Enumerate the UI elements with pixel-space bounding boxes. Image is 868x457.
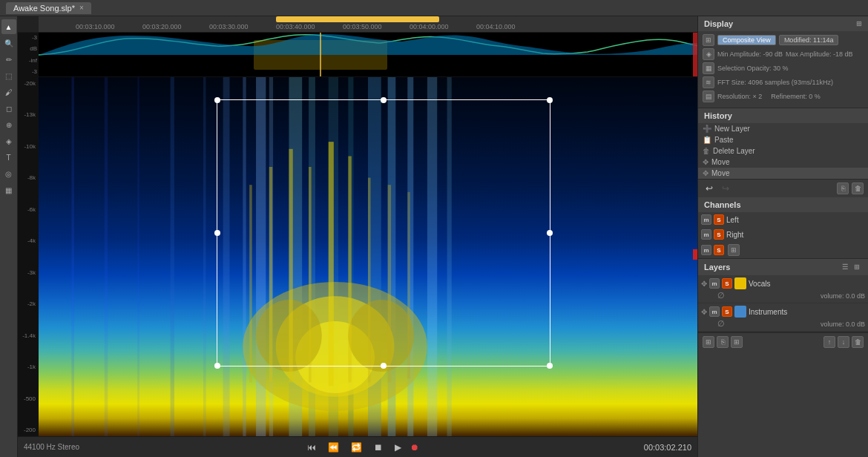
display-res-icon[interactable]: ▤ bbox=[703, 91, 714, 102]
display-layers-icon[interactable]: ⊞ bbox=[703, 34, 714, 46]
tool-gradient[interactable]: ▦ bbox=[1, 183, 16, 197]
tool-clone[interactable]: ⊕ bbox=[1, 117, 16, 132]
tool-pointer[interactable]: ▲ bbox=[1, 19, 16, 34]
history-item-delete-layer[interactable]: 🗑 Delete Layer bbox=[698, 145, 868, 157]
transport-stop[interactable]: ⏹ bbox=[371, 441, 386, 454]
history-item-new-layer[interactable]: ➕ New Layer bbox=[698, 123, 868, 134]
layer-vocals: ✥ m S Vocals ∅ volume: 0.0 dB bbox=[698, 275, 868, 303]
channel-left-mute[interactable]: m bbox=[701, 214, 711, 225]
channel-left: m S Left bbox=[698, 212, 868, 227]
min-amplitude-label: Min Amplitude: -90 dB bbox=[717, 50, 783, 58]
svg-rect-8 bbox=[203, 77, 206, 436]
channel-right-solo[interactable]: S bbox=[714, 229, 724, 240]
undo-button[interactable]: ↩ bbox=[703, 183, 716, 194]
svg-rect-29 bbox=[289, 149, 292, 383]
document-tab[interactable]: Awake Song.slp* × bbox=[6, 2, 91, 14]
layers-bottom-icon3[interactable]: ⊞ bbox=[731, 336, 743, 348]
document-tab-label: Awake Song.slp* bbox=[13, 4, 75, 13]
svg-rect-6 bbox=[137, 77, 139, 436]
transport-rewind[interactable]: ⏮ bbox=[304, 441, 319, 454]
transport-record[interactable]: ⏺ bbox=[410, 442, 419, 453]
tool-pencil[interactable]: ✏ bbox=[1, 52, 16, 67]
layers-section: Layers ☰ ⊞ ✥ m S Vocals ∅ volume: 0.0 dB bbox=[698, 259, 868, 332]
channels-list: m S Left m S Right m S ⊞ bbox=[698, 212, 868, 258]
layer-instruments: ✥ m S Instruments ∅ volume: 0.0 dB bbox=[698, 303, 868, 332]
history-header: History bbox=[698, 108, 868, 123]
instruments-move-icon[interactable]: ✥ bbox=[701, 308, 707, 316]
transport-play[interactable]: ▶ bbox=[392, 441, 404, 454]
refinement-label: Refinement: 0 % bbox=[771, 93, 821, 100]
vocals-mute[interactable]: m bbox=[709, 278, 720, 289]
vocals-solo[interactable]: S bbox=[722, 278, 732, 289]
channel-extra-solo[interactable]: S bbox=[714, 245, 724, 255]
tool-text[interactable]: T bbox=[1, 150, 16, 165]
channel-extra-grid[interactable]: ⊞ bbox=[728, 244, 740, 256]
composite-view-btn[interactable]: Composite View bbox=[717, 35, 776, 45]
layers-bottom-toolbar: ⊞ ⎘ ⊞ ↑ ↓ 🗑 bbox=[698, 332, 868, 351]
tool-fill[interactable]: ◈ bbox=[1, 134, 16, 148]
channel-extra-mute[interactable]: m bbox=[701, 245, 711, 255]
history-item-label: Move bbox=[711, 169, 729, 177]
history-item-label: New Layer bbox=[714, 125, 750, 133]
layers-bottom-icon1[interactable]: ⊞ bbox=[703, 336, 714, 348]
center-area: 00:03:10.000 00:03:20.000 00:03:30.000 0… bbox=[18, 16, 697, 457]
modified-btn[interactable]: Modified: 11:14a bbox=[779, 35, 839, 45]
tool-zoom[interactable]: 🔍 bbox=[1, 36, 16, 50]
display-header: Display ⊞ bbox=[698, 16, 868, 31]
vocals-volume: volume: 0.0 dB bbox=[821, 292, 865, 300]
vocals-name: Vocals bbox=[749, 280, 865, 288]
channel-right-mute[interactable]: m bbox=[701, 229, 711, 240]
channel-left-solo[interactable]: S bbox=[714, 214, 724, 225]
instruments-mute[interactable]: m bbox=[709, 306, 720, 317]
display-fft-icon[interactable]: ≋ bbox=[703, 76, 714, 88]
history-item-move-2[interactable]: ✥ Move bbox=[698, 168, 868, 179]
layers-bottom-icon2[interactable]: ⎘ bbox=[717, 336, 729, 348]
tool-eraser[interactable]: ◻ bbox=[1, 101, 16, 116]
transport-back[interactable]: ⏪ bbox=[325, 441, 342, 454]
layers-header: Layers ☰ ⊞ bbox=[698, 259, 868, 275]
layers-expand-icon[interactable]: ⊞ bbox=[852, 262, 862, 272]
transport-loop[interactable]: 🔁 bbox=[348, 441, 365, 454]
svg-rect-32 bbox=[348, 156, 351, 382]
selection-opacity-label: Selection Opacity: 30 % bbox=[717, 65, 789, 72]
vocals-color bbox=[734, 277, 746, 289]
svg-rect-10 bbox=[243, 77, 246, 436]
display-amp-icon[interactable]: ◈ bbox=[703, 48, 714, 60]
display-section: Display ⊞ ⊞ Composite View Modified: 11:… bbox=[698, 16, 868, 108]
instruments-color bbox=[734, 306, 746, 318]
trash-button[interactable]: 🗑 bbox=[852, 183, 864, 194]
tab-close-button[interactable]: × bbox=[79, 4, 84, 12]
redo-button[interactable]: ↪ bbox=[719, 183, 732, 194]
fft-size-label: FFT Size: 4096 samples (93ms/11kHz) bbox=[717, 79, 833, 86]
copy-button[interactable]: ⎘ bbox=[837, 183, 849, 194]
tool-smudge[interactable]: ◎ bbox=[1, 166, 16, 181]
svg-rect-27 bbox=[249, 185, 252, 382]
channels-section: Channels m S Left m S Right m S ⊞ bbox=[698, 197, 868, 259]
history-item-paste[interactable]: 📋 Paste bbox=[698, 134, 868, 145]
left-toolbar: ▲ 🔍 ✏ ⬚ 🖌 ◻ ⊕ ◈ T ◎ ▦ bbox=[0, 16, 18, 457]
tool-select[interactable]: ⬚ bbox=[1, 68, 16, 83]
delete-layer-icon: 🗑 bbox=[703, 147, 710, 155]
layers-header-icons: ☰ ⊞ bbox=[840, 262, 862, 272]
layers-menu-icon[interactable]: ☰ bbox=[840, 262, 850, 272]
display-opacity-icon[interactable]: ▦ bbox=[703, 62, 714, 74]
svg-rect-9 bbox=[223, 77, 230, 436]
svg-rect-4 bbox=[71, 77, 74, 436]
instruments-solo[interactable]: S bbox=[722, 306, 732, 317]
layers-bottom-trash[interactable]: 🗑 bbox=[852, 336, 864, 348]
layers-bottom-up[interactable]: ↑ bbox=[823, 336, 835, 348]
svg-rect-33 bbox=[368, 178, 371, 383]
waveform-overview[interactable]: -3 dB -inf -3 bbox=[18, 33, 697, 77]
svg-rect-28 bbox=[269, 167, 272, 382]
spectrogram-view[interactable] bbox=[39, 77, 697, 436]
svg-rect-30 bbox=[309, 167, 312, 382]
timeline-ruler: 00:03:10.000 00:03:20.000 00:03:30.000 0… bbox=[18, 16, 697, 33]
timecode-display: 00:03:02.210 bbox=[644, 443, 691, 452]
vocals-move-icon[interactable]: ✥ bbox=[701, 280, 707, 288]
tool-brush[interactable]: 🖌 bbox=[1, 85, 16, 99]
channel-right-label: Right bbox=[726, 231, 865, 239]
vocals-sub-icon: ∅ bbox=[717, 291, 725, 300]
layers-bottom-down[interactable]: ↓ bbox=[838, 336, 849, 348]
ruler-area[interactable]: 00:03:10.000 00:03:20.000 00:03:30.000 0… bbox=[39, 16, 697, 32]
history-item-move-1[interactable]: ✥ Move bbox=[698, 157, 868, 168]
